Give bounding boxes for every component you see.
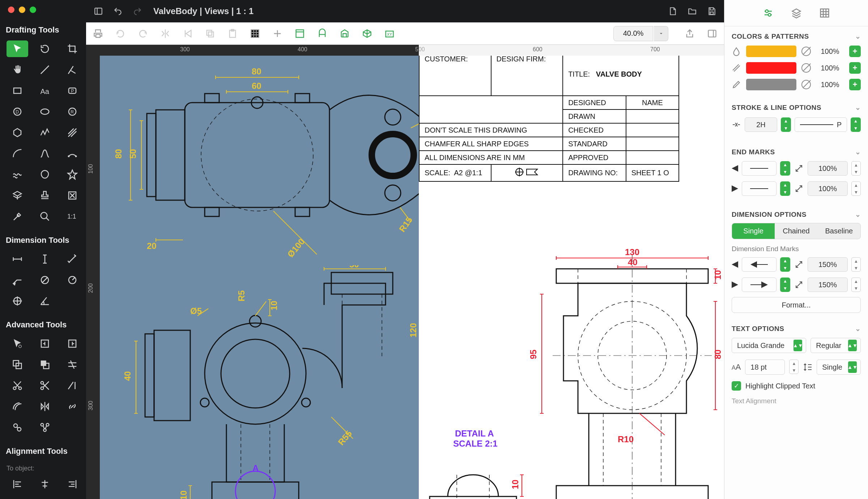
start-mark-select[interactable] <box>742 161 776 176</box>
minimize-window-icon[interactable] <box>19 7 25 13</box>
font-family-select[interactable]: Lucida Grande▲▼ <box>732 338 806 353</box>
xy-plane-icon[interactable]: XY <box>383 27 396 40</box>
font-weight-select[interactable]: Regular▲▼ <box>810 338 861 353</box>
tab-grid-icon[interactable] <box>818 7 831 20</box>
rotate-left-icon[interactable] <box>114 27 127 40</box>
format-button[interactable]: Format... <box>732 297 861 313</box>
print-icon[interactable] <box>92 27 104 40</box>
open-folder-icon[interactable] <box>686 5 698 17</box>
pencil-opacity[interactable]: 100% <box>816 81 844 89</box>
dim-start-mark-scale[interactable]: 150% <box>808 257 848 272</box>
dim-start-mark-select[interactable] <box>742 257 776 272</box>
pan-tool[interactable] <box>7 61 28 78</box>
chevron-down-icon[interactable]: ⌄ <box>855 324 861 333</box>
symbol-tool[interactable] <box>7 187 28 204</box>
crop-tool[interactable] <box>61 40 83 57</box>
scale-1to1-tool[interactable]: 1:1 <box>61 208 83 225</box>
line-style-stepper[interactable]: ▲▼ <box>851 117 861 132</box>
align-bottom-tool[interactable] <box>61 497 83 499</box>
point-tool[interactable]: P <box>61 82 83 99</box>
subtract-tool[interactable] <box>34 356 56 373</box>
aligned-dim-tool[interactable] <box>61 251 83 267</box>
arc-tool[interactable] <box>7 145 28 162</box>
dim-mode-baseline[interactable]: Baseline <box>818 223 860 239</box>
dim-mode-single[interactable]: Single <box>732 223 775 239</box>
layer-top-icon[interactable] <box>294 27 306 40</box>
dim-end-mark-select[interactable] <box>742 278 776 292</box>
cut-tool[interactable] <box>7 377 28 394</box>
add-fill-button[interactable]: + <box>849 46 861 57</box>
end-mark-select[interactable] <box>742 181 776 196</box>
share-icon[interactable] <box>684 27 696 40</box>
start-mark-scale[interactable]: 100% <box>808 161 848 176</box>
leader-tool[interactable] <box>7 272 28 288</box>
rectangle-tool[interactable] <box>7 82 28 99</box>
polyline-tool[interactable] <box>34 124 56 141</box>
zoom-dropdown[interactable] <box>654 26 668 41</box>
line-spacing-select[interactable]: Single▲▼ <box>817 360 861 375</box>
undo-icon[interactable] <box>112 5 124 17</box>
stroke-color-swatch[interactable] <box>746 62 796 74</box>
align-left-tool[interactable] <box>7 476 28 492</box>
stroke-weight-stepper[interactable]: ▲▼ <box>781 117 791 132</box>
end-mark-stepper[interactable]: ▲▼ <box>780 181 790 196</box>
dim-start-mark-stepper[interactable]: ▲▼ <box>780 257 790 272</box>
font-size-input[interactable]: 18 pt <box>745 360 785 375</box>
stroke-weight-input[interactable]: 2H <box>745 117 777 132</box>
mirror-tool[interactable] <box>34 398 56 415</box>
rotate-right-icon[interactable] <box>137 27 149 40</box>
zoom-tool[interactable] <box>34 208 56 225</box>
direct-select-tool[interactable] <box>7 335 28 352</box>
linear-dim-tool[interactable] <box>7 251 28 267</box>
text-tool[interactable]: Aa <box>34 82 56 99</box>
end-mark-scale[interactable]: 100% <box>808 181 848 196</box>
freehand-tool[interactable] <box>7 166 28 183</box>
dim-mode-chained[interactable]: Chained <box>775 223 817 239</box>
insert-left-tool[interactable] <box>34 335 56 352</box>
redo-icon[interactable] <box>132 5 143 17</box>
zoom-value[interactable]: 40.0% <box>613 26 653 41</box>
selected-viewport[interactable]: 80 60 80 50 20 Ø100 R30 R8 R15 <box>100 56 419 499</box>
chevron-down-icon[interactable]: ⌄ <box>855 210 861 219</box>
close-window-icon[interactable] <box>8 7 14 13</box>
angle-dim-tool[interactable] <box>34 293 56 309</box>
center-mark-tool[interactable] <box>7 293 28 309</box>
cut-path-tool[interactable] <box>34 377 56 394</box>
spline-tool[interactable] <box>34 145 56 162</box>
front-view-icon[interactable] <box>316 27 328 40</box>
dim-end-scale-stepper[interactable]: ▲▼ <box>851 278 861 292</box>
star-tool[interactable] <box>61 166 83 183</box>
dim-end-mark-scale[interactable]: 150% <box>808 278 848 292</box>
inspector-toggle-icon[interactable] <box>706 27 718 40</box>
chain-tool[interactable] <box>7 419 28 436</box>
link-tool[interactable] <box>61 398 83 415</box>
canvas-area[interactable]: 300 400 500 600 700 800 100 200 300 400 <box>86 45 724 499</box>
nodes-tool[interactable] <box>34 419 56 436</box>
stroke-opacity[interactable]: 100% <box>816 64 844 72</box>
align-right-tool[interactable] <box>61 476 83 492</box>
offset-tool[interactable] <box>7 398 28 415</box>
rotate-tool[interactable] <box>34 40 56 57</box>
trim-tool[interactable] <box>61 356 83 373</box>
circle-diameter-tool[interactable]: D <box>7 103 28 120</box>
flip-h-icon[interactable] <box>159 27 171 40</box>
union-tool[interactable] <box>7 356 28 373</box>
arc-3pt-tool[interactable] <box>61 145 83 162</box>
vertical-dim-tool[interactable] <box>34 251 56 267</box>
skip-back-icon[interactable] <box>182 27 194 40</box>
eyedropper-tool[interactable] <box>7 208 28 225</box>
dim-end-mark-stepper[interactable]: ▲▼ <box>780 278 790 292</box>
stamp-tool[interactable] <box>34 187 56 204</box>
dimension-mode-segment[interactable]: Single Chained Baseline <box>732 223 861 239</box>
add-pencil-button[interactable]: + <box>849 79 861 90</box>
extend-tool[interactable] <box>61 377 83 394</box>
start-mark-stepper[interactable]: ▲▼ <box>780 161 790 176</box>
tab-appearance-icon[interactable] <box>762 7 775 20</box>
iso-view-icon[interactable] <box>361 27 373 40</box>
line-tool[interactable] <box>34 61 56 78</box>
dim-start-scale-stepper[interactable]: ▲▼ <box>851 257 861 272</box>
fill-color-swatch[interactable] <box>746 46 796 57</box>
align-middle-tool[interactable] <box>34 497 56 499</box>
start-mark-scale-stepper[interactable]: ▲▼ <box>851 161 861 176</box>
polygon-tool[interactable] <box>7 124 28 141</box>
